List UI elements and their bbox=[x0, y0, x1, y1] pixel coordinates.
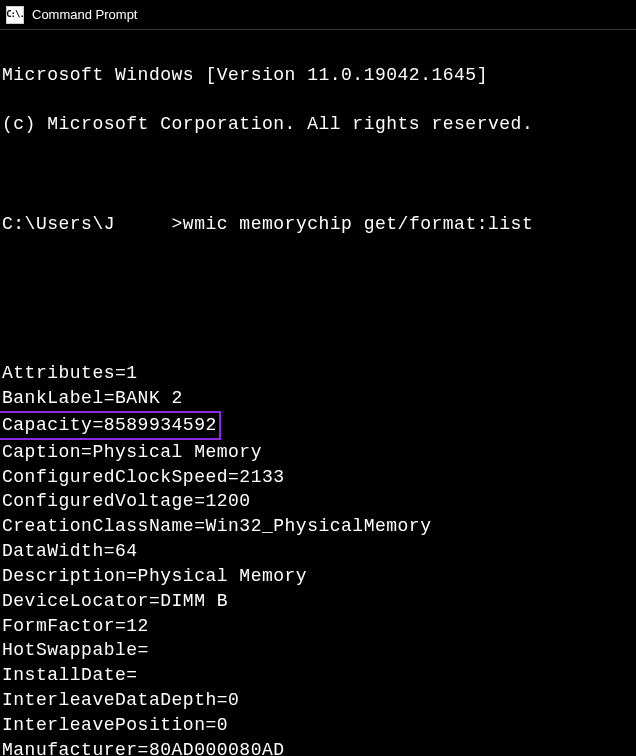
output-line: Capacity=8589934592 bbox=[2, 411, 634, 440]
banner-line: Microsoft Windows [Version 11.0.19042.16… bbox=[2, 63, 634, 88]
highlighted-output: Capacity=8589934592 bbox=[0, 411, 221, 440]
cmd-icon: C:\. bbox=[6, 6, 24, 24]
output-line: BankLabel=BANK 2 bbox=[2, 386, 634, 411]
output-line: Attributes=1 bbox=[2, 361, 634, 386]
output-line: CreationClassName=Win32_PhysicalMemory bbox=[2, 514, 634, 539]
output-line: Caption=Physical Memory bbox=[2, 440, 634, 465]
window-titlebar[interactable]: C:\. Command Prompt bbox=[0, 0, 636, 30]
output-line: InterleavePosition=0 bbox=[2, 713, 634, 738]
banner-line: (c) Microsoft Corporation. All rights re… bbox=[2, 112, 634, 137]
blank-line bbox=[2, 162, 634, 187]
output-line: FormFactor=12 bbox=[2, 614, 634, 639]
output-line: ConfiguredVoltage=1200 bbox=[2, 489, 634, 514]
terminal-content[interactable]: Microsoft Windows [Version 11.0.19042.16… bbox=[0, 30, 636, 756]
window-title: Command Prompt bbox=[32, 7, 137, 22]
prompt-marker: > bbox=[172, 214, 183, 234]
output-line: ConfiguredClockSpeed=2133 bbox=[2, 465, 634, 490]
output-line: HotSwappable= bbox=[2, 638, 634, 663]
output-line: DataWidth=64 bbox=[2, 539, 634, 564]
output-line: Manufacturer=80AD000080AD bbox=[2, 738, 634, 756]
blank-line bbox=[2, 311, 634, 336]
prompt-path: C:\Users\J bbox=[2, 214, 115, 234]
blank-line bbox=[2, 262, 634, 287]
output-line: InterleaveDataDepth=0 bbox=[2, 688, 634, 713]
output-container: Attributes=1BankLabel=BANK 2Capacity=858… bbox=[2, 361, 634, 756]
prompt-command: wmic memorychip get/format:list bbox=[183, 214, 533, 234]
output-line: InstallDate= bbox=[2, 663, 634, 688]
prompt-spacer bbox=[115, 214, 172, 234]
prompt-line: C:\Users\J >wmic memorychip get/format:l… bbox=[2, 212, 634, 237]
output-line: Description=Physical Memory bbox=[2, 564, 634, 589]
output-line: DeviceLocator=DIMM B bbox=[2, 589, 634, 614]
